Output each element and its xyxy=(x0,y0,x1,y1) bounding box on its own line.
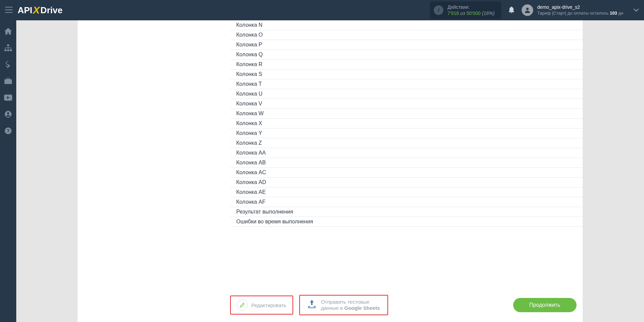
column-row[interactable]: Колонка U xyxy=(230,89,583,99)
header-right: i Действия: 7'916 из 50'000 (16%) demo_a… xyxy=(430,1,639,19)
send-text: Отправить тестовые данные в Google Sheet… xyxy=(321,299,380,311)
column-row[interactable]: Колонка X xyxy=(230,119,583,128)
column-row[interactable]: Колонка AC xyxy=(230,168,583,178)
column-row[interactable]: Колонка AF xyxy=(230,197,583,207)
upload-icon xyxy=(307,300,316,310)
svg-rect-5 xyxy=(4,79,12,84)
send-test-button[interactable]: Отправить тестовые данные в Google Sheet… xyxy=(299,295,388,315)
column-row[interactable]: Колонка Z xyxy=(230,138,583,148)
sitemap-icon[interactable] xyxy=(4,44,12,52)
pencil-icon xyxy=(237,300,248,310)
column-row[interactable]: Колонка W xyxy=(230,109,583,119)
header: API X Drive i Действия: 7'916 из 50'000 … xyxy=(0,0,644,20)
home-icon[interactable] xyxy=(4,27,12,35)
svg-rect-1 xyxy=(7,44,9,46)
button-bar: Редактировать Отправить тестовые данные … xyxy=(230,290,583,322)
actions-numbers: 7'916 из 50'000 (16%) xyxy=(447,10,495,16)
user-info: demo_apix-drive_s2 Тариф |Старт| до опла… xyxy=(537,4,623,16)
actions-text: Действия: 7'916 из 50'000 (16%) xyxy=(447,4,495,16)
logo-drive: Drive xyxy=(40,5,62,16)
help-icon[interactable]: ? xyxy=(4,127,12,135)
edit-button[interactable]: Редактировать xyxy=(230,296,293,315)
svg-rect-3 xyxy=(7,49,9,51)
column-row[interactable]: Ошибки во время выполнения xyxy=(230,217,583,227)
svg-rect-4 xyxy=(10,49,12,51)
actions-box[interactable]: i Действия: 7'916 из 50'000 (16%) xyxy=(430,1,501,19)
main: Колонка N Колонка O Колонка P Колонка Q … xyxy=(16,20,644,322)
column-row[interactable]: Колонка Y xyxy=(230,128,583,138)
logo-x: X xyxy=(33,4,40,16)
column-row[interactable]: Колонка V xyxy=(230,99,583,109)
user-icon[interactable] xyxy=(4,110,12,118)
column-row[interactable]: Колонка AA xyxy=(230,148,583,158)
content-wrapper: Колонка N Колонка O Колонка P Колонка Q … xyxy=(78,20,583,322)
briefcase-icon[interactable] xyxy=(4,77,12,85)
menu-icon[interactable] xyxy=(5,5,13,15)
chevron-down-icon[interactable] xyxy=(633,7,639,13)
column-row[interactable]: Колонка AE xyxy=(230,187,583,197)
actions-current: 7'916 xyxy=(447,11,459,16)
actions-percent: (16%) xyxy=(482,11,495,16)
actions-sep: из xyxy=(459,11,466,16)
left-pane xyxy=(78,20,230,322)
column-row[interactable]: Колонка T xyxy=(230,79,583,89)
svg-rect-6 xyxy=(7,78,9,79)
sidebar: ? xyxy=(0,20,16,322)
user-block[interactable]: demo_apix-drive_s2 Тариф |Старт| до опла… xyxy=(522,4,623,16)
column-row[interactable]: Колонка N xyxy=(230,20,583,30)
column-row[interactable]: Результат выполнения xyxy=(230,207,583,217)
dollar-icon[interactable] xyxy=(4,60,12,68)
right-pane: Колонка N Колонка O Колонка P Колонка Q … xyxy=(230,20,583,322)
column-row[interactable]: Колонка O xyxy=(230,30,583,40)
column-row[interactable]: Колонка R xyxy=(230,60,583,69)
svg-point-0 xyxy=(526,8,528,10)
user-name: demo_apix-drive_s2 xyxy=(537,4,623,10)
info-icon: i xyxy=(434,5,443,15)
logo-api: API xyxy=(18,5,32,16)
actions-limit: 50'000 xyxy=(466,11,481,16)
actions-label: Действия: xyxy=(447,4,495,10)
column-row[interactable]: Колонка AB xyxy=(230,158,583,168)
logo[interactable]: API X Drive xyxy=(18,4,62,16)
avatar-icon xyxy=(522,4,533,16)
column-row[interactable]: Колонка P xyxy=(230,40,583,50)
continue-button[interactable]: Продолжить xyxy=(513,298,577,312)
column-row[interactable]: Колонка S xyxy=(230,69,583,79)
svg-rect-2 xyxy=(4,49,6,51)
bell-icon[interactable] xyxy=(508,6,515,15)
svg-point-9 xyxy=(7,112,9,114)
column-list: Колонка N Колонка O Колонка P Колонка Q … xyxy=(230,20,583,290)
user-tariff: Тариф |Старт| до оплаты осталось 103 дн xyxy=(537,11,623,16)
svg-text:?: ? xyxy=(7,128,10,134)
youtube-icon[interactable] xyxy=(4,94,12,102)
column-row[interactable]: Колонка AD xyxy=(230,178,583,187)
edit-label: Редактировать xyxy=(251,302,286,308)
column-row[interactable]: Колонка Q xyxy=(230,50,583,60)
